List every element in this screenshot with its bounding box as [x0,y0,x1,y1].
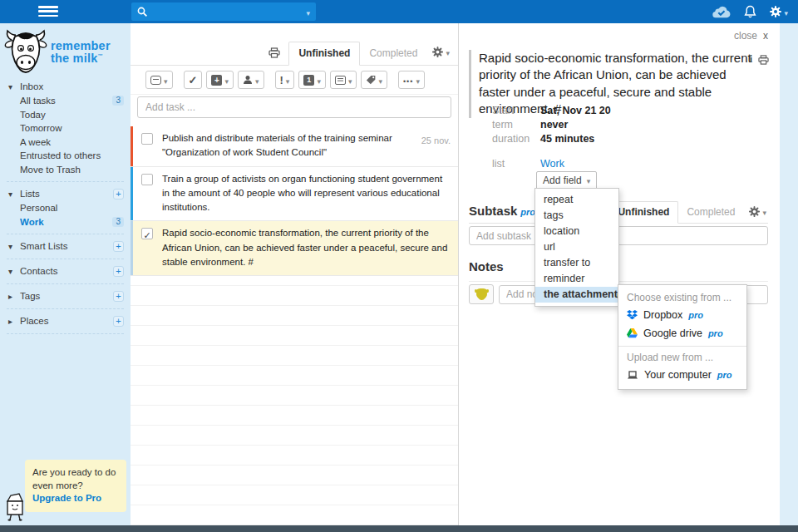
list-header: Unfinished Completed [131,23,458,66]
complete-task-button[interactable] [184,71,203,89]
list-settings-gear-icon[interactable] [431,44,450,59]
priority-button[interactable] [275,71,295,89]
sidebar-section-inbox[interactable]: Inbox [0,80,131,94]
assign-button[interactable] [238,71,264,89]
due-date-button[interactable] [298,71,326,89]
count-badge: 3 [112,96,124,106]
app-logo[interactable]: remember the milk™ [4,28,111,76]
search-icon [137,7,148,17]
task-text: Publish and distribute materials of the … [162,133,392,157]
chevron-down-icon [255,72,259,87]
term-value[interactable]: never [540,119,568,131]
sidebar-section-lists[interactable]: Lists [0,187,131,201]
chevron-down-icon [286,72,290,87]
divider [7,181,124,182]
submenu-item-dropbox[interactable]: Dropbox pro [618,306,746,324]
select-tasks-button[interactable] [145,71,173,89]
sidebar-item-work[interactable]: Work 3 [0,215,131,229]
chevron-down-icon [378,72,382,87]
list-link[interactable]: Work [540,158,564,170]
subtask-settings-gear-icon[interactable] [748,205,766,218]
check-icon [189,72,198,87]
top-bar [0,0,798,23]
menu-item-url[interactable]: url [535,239,618,255]
chevron-down-icon [348,72,352,87]
tab-completed[interactable]: Completed [360,42,426,65]
subtask-heading: Subtask pro [469,204,535,223]
submenu-header: Upload new from ... [618,350,746,366]
sidebar-section-tags[interactable]: Tags [0,289,131,303]
sidebar-item-all-tasks[interactable]: All tasks 3 [0,94,131,108]
priority-icon [280,72,283,87]
notifications-bell-icon[interactable] [744,5,756,18]
menu-item-tags[interactable]: tags [535,208,618,224]
subtask-tab-unfinished[interactable]: Unfinished [608,201,678,224]
add-smart-list-button[interactable] [113,241,124,252]
subtask-tab-completed[interactable]: Completed [678,202,743,223]
task-text: Train a group of activists on organ func… [162,174,442,213]
sidebar-item-tomorrow[interactable]: Tomorrow [0,121,131,135]
sidebar-item-today[interactable]: Today [0,108,131,122]
pro-badge: pro [520,207,535,217]
submenu-item-your-computer[interactable]: Your computer pro [618,366,746,384]
sidebar-section-places[interactable]: Places [0,314,131,328]
more-actions-button[interactable] [398,71,425,89]
add-contact-button[interactable] [113,266,124,277]
sidebar-section-smart-lists[interactable]: Smart Lists [0,239,131,254]
menu-item-attachment[interactable]: the attachment [535,287,618,303]
add-place-button[interactable] [113,316,124,327]
upgrade-to-pro-link[interactable]: Upgrade to Pro [32,493,101,503]
sidebar-section-contacts[interactable]: Contacts [0,264,131,278]
milk-carton-icon [2,492,28,524]
sidebar-item-personal[interactable]: Personal [0,201,131,215]
note-cow-icon[interactable] [469,284,494,304]
task-row[interactable]: Publish and distribute materials of the … [131,126,458,167]
task-row-selected[interactable]: Rapid socio-economic transformation, the… [131,221,458,276]
print-icon[interactable] [758,55,769,65]
tab-unfinished[interactable]: Unfinished [288,42,360,66]
person-icon [243,75,253,85]
duration-value[interactable]: 45 minutes [540,133,594,145]
task-checkbox-checked[interactable] [141,228,153,239]
add-field-button[interactable]: Add field [536,171,597,190]
sidebar-nav: Inbox All tasks 3 Today Tomorrow A week … [0,80,131,339]
count-badge: 3 [112,217,124,227]
move-to-list-button[interactable] [330,71,357,89]
task-detail-panel: close Rapid socio-economic transformatio… [459,23,780,525]
menu-item-repeat[interactable]: repeat [535,192,618,208]
chevron-down-icon [317,72,321,87]
search-box[interactable] [131,2,316,21]
add-list-button[interactable] [113,189,124,200]
calendar-icon [303,75,314,86]
task-row[interactable]: Train a group of activists on organ func… [131,167,458,222]
sync-cloud-icon[interactable] [711,5,732,19]
info-icon[interactable] [750,53,752,66]
submenu-item-google-drive[interactable]: Google drive pro [618,324,746,342]
add-task-input[interactable] [137,96,451,118]
hamburger-icon[interactable] [38,6,58,17]
search-input[interactable] [152,5,306,18]
postpone-button[interactable] [206,71,234,89]
menu-item-reminder[interactable]: reminder [535,271,618,287]
tag-icon [366,75,376,85]
print-icon[interactable] [268,47,280,58]
sidebar-item-entrusted[interactable]: Entrusted to others [0,149,131,163]
start-date-value[interactable]: Sat, Nov 21 20 [540,105,611,116]
chevron-down-icon [587,175,591,186]
close-panel-button[interactable]: close [734,30,768,42]
sidebar-item-trash[interactable]: Move to Trash [0,163,131,177]
sidebar: remember the milk™ Inbox All tasks 3 Tod… [0,23,131,525]
settings-gear-icon[interactable] [769,4,788,19]
add-tag-button[interactable] [113,291,124,302]
menu-item-location[interactable]: location [535,224,618,239]
sidebar-item-a-week[interactable]: A week [0,135,131,150]
task-checkbox[interactable] [141,133,153,145]
menu-item-transfer-to[interactable]: transfer to [535,255,618,271]
task-due-date: 25 nov. [421,134,451,148]
priority-color-bar [131,221,133,275]
chevron-down-icon[interactable] [306,4,310,19]
divider [7,333,124,334]
divider [7,259,124,259]
task-checkbox[interactable] [141,174,153,185]
tag-button[interactable] [361,71,387,89]
